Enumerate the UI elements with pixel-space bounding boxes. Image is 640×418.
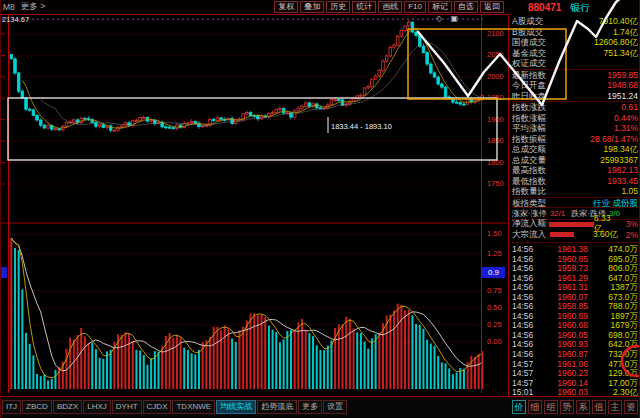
quote-row: 指数振幅28.68/1.47% — [512, 134, 638, 145]
chart-area[interactable]: 2134.67 1833.44 - 1893.10 ◇ ▣ 2100205020… — [0, 0, 508, 396]
panel-tab-主[interactable]: 主 — [608, 400, 622, 414]
quote-row: 总成交量25993367 — [512, 155, 638, 166]
flow-bar — [550, 232, 574, 237]
panel-tab-价[interactable]: 价 — [512, 400, 526, 414]
function-tab-ZBCD[interactable]: ZBCD — [22, 400, 52, 414]
function-tab-BDZX[interactable]: BDZX — [53, 400, 82, 414]
instrument-title: 880471 银行 — [528, 1, 590, 15]
field-value: 1.05 — [621, 186, 638, 197]
flow-row: 大宗流入3.60亿2% — [512, 230, 638, 241]
field-label: 基金成交 — [512, 48, 546, 59]
field-label: 最高指数 — [512, 165, 546, 176]
axis-tick-label: 1.25 — [487, 250, 502, 258]
quote-row: 国债成交12606.80亿 — [512, 37, 638, 48]
axis-tick-label: 1900 — [487, 116, 504, 124]
panel-tab-资[interactable]: 资 — [624, 400, 638, 414]
axis-tick-label: 2050 — [487, 51, 504, 59]
field-label: 指数振幅 — [512, 134, 546, 145]
function-tab-ITJ[interactable]: ITJ — [2, 400, 21, 414]
quote-row: 最高指数1962.13 — [512, 165, 638, 176]
function-tab-LHXJ[interactable]: LHXJ — [83, 400, 111, 414]
flow-percent: 3% — [618, 219, 638, 229]
quote-row: 昨日收盘1951.24 — [512, 91, 638, 103]
drawing-tool-icons[interactable]: ◇ ▣ — [436, 14, 461, 23]
flow-label: 大宗流入 — [512, 229, 550, 241]
panel-tab-势[interactable]: 势 — [560, 400, 574, 414]
quote-row: 最新指数1959.85 — [512, 70, 638, 81]
panel-tab-组[interactable]: 组 — [544, 400, 558, 414]
function-tab-均线实战[interactable]: 均线实战 — [216, 400, 256, 414]
field-label: 权证成交 — [512, 58, 546, 69]
function-tab-设置[interactable]: 设置 — [323, 400, 347, 414]
axis-tick-label: 1850 — [487, 137, 504, 145]
field-label: B股成交 — [512, 27, 543, 38]
function-tabs: ITJZBCDBDZXLHXJDYHTCJDXTDXNWE均线实战趋势顶底更多设… — [2, 400, 347, 414]
tick-list[interactable]: 14:561961.38474.0万14:561960.85695.0万14:5… — [512, 242, 638, 407]
field-value: 25993367 — [600, 155, 638, 166]
field-value: 1959.85 — [607, 70, 638, 81]
function-tab-更多[interactable]: 更多 — [298, 400, 322, 414]
field-label: 平均涨幅 — [512, 123, 546, 134]
quote-rows: A股成交7910.40亿B股成交1.74亿国债成交12606.80亿基金成交75… — [512, 16, 638, 208]
field-label: 指数涨幅 — [512, 113, 546, 124]
field-value: 12606.80亿 — [594, 37, 638, 48]
field-value: 1933.45 — [607, 176, 638, 187]
field-value: 1951.24 — [607, 91, 638, 102]
quote-row: B股成交1.74亿 — [512, 27, 638, 38]
axis-tick-label: 1750 — [487, 180, 504, 188]
quote-row: 基金成交751.34亿 — [512, 48, 638, 59]
field-label: 今日开盘 — [512, 80, 546, 91]
field-value: 1962.13 — [607, 165, 638, 176]
field-label: 昨日收盘 — [512, 91, 546, 102]
field-value: 1948.68 — [607, 80, 638, 91]
price-range-annotation: 1833.44 - 1893.10 — [331, 122, 392, 131]
stock-code: 880471 — [528, 2, 561, 13]
stock-name: 银行 — [570, 2, 590, 13]
field-value: 28.68/1.47% — [590, 134, 638, 145]
function-tab-TDXNWE[interactable]: TDXNWE — [172, 400, 215, 414]
max-price-label: 2134.67 — [2, 15, 29, 24]
quote-row: 指数量比1.05 — [512, 186, 638, 197]
field-value: 7910.40亿 — [599, 16, 638, 27]
axis-tick-label: 1950 — [487, 94, 504, 102]
indicator-left-badge — [0, 267, 7, 278]
quote-row: A股成交7910.40亿 — [512, 16, 638, 27]
field-label: A股成交 — [512, 16, 543, 27]
axis-tick-label: 2100 — [487, 30, 504, 38]
function-tab-趋势顶底[interactable]: 趋势顶底 — [257, 400, 297, 414]
axis-tick-label: 0.50 — [487, 304, 502, 312]
field-value: 1.74亿 — [613, 27, 638, 38]
panel-tabs: 价细组势系值主资 — [512, 400, 638, 414]
panel-tab-值[interactable]: 值 — [592, 400, 606, 414]
axis-tick-label: 0.75 — [487, 287, 502, 295]
axis-tick-label: 0.25 — [487, 321, 502, 329]
field-value: 751.34亿 — [604, 48, 639, 59]
flow-value: 3.60亿 — [593, 229, 618, 241]
flow-percent: 2% — [618, 230, 638, 240]
field-label: 国债成交 — [512, 37, 546, 48]
bottom-bar: ITJZBCDBDZXLHXJDYHTCJDXTDXNWE均线实战趋势顶底更多设… — [0, 396, 640, 418]
panel-tab-细[interactable]: 细 — [528, 400, 542, 414]
quote-row: 今日开盘1948.68 — [512, 80, 638, 91]
money-flow-rows: 净流入额6.33亿3%大宗流入3.60亿2% — [512, 219, 638, 240]
axis-tick-label: 1800 — [487, 159, 504, 167]
quote-row: 指数涨幅0.44% — [512, 113, 638, 124]
quote-row: 指数涨跌0.61 — [512, 102, 638, 113]
quote-row: 权证成交 — [512, 58, 638, 70]
quote-panel: A股成交7910.40亿B股成交1.74亿国债成交12606.80亿基金成交75… — [508, 14, 640, 396]
main-chart[interactable] — [0, 0, 508, 396]
field-label: 总成交额 — [512, 144, 546, 155]
axis-tick-label: 2000 — [487, 73, 504, 81]
function-tab-DYHT[interactable]: DYHT — [112, 400, 142, 414]
indicator-value-badge: 0.9 — [482, 267, 505, 278]
field-value: 0.44% — [614, 113, 638, 124]
panel-tab-系[interactable]: 系 — [576, 400, 590, 414]
window-left-edge — [0, 0, 1, 418]
field-label: 最低指数 — [512, 176, 546, 187]
field-label: 总成交量 — [512, 155, 546, 166]
field-value: 0.61 — [621, 102, 638, 113]
function-tab-CJDX[interactable]: CJDX — [143, 400, 172, 414]
quote-row: 最低指数1933.45 — [512, 176, 638, 187]
field-value: 198.34亿 — [604, 144, 639, 155]
axis-tick-label: 0.00 — [487, 338, 502, 346]
